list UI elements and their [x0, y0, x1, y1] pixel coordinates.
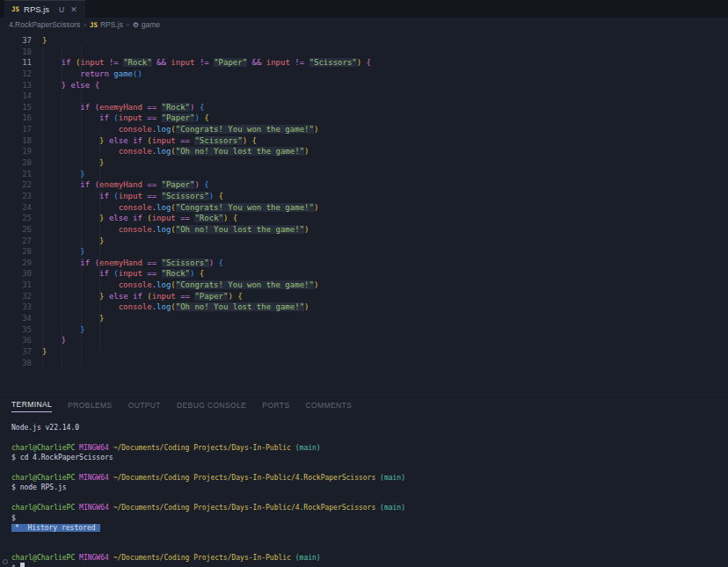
token-kw: if: [133, 214, 142, 222]
code-line[interactable]: 27 }: [0, 236, 728, 247]
code-line[interactable]: 17 console.log("Congrats! You won the ga…: [0, 124, 728, 135]
code-line[interactable]: 38: [0, 358, 728, 369]
terminal-line: $ cd 4.RockPaperScissors: [11, 453, 728, 462]
tab-label: RPS.js: [24, 4, 49, 14]
code-line[interactable]: 24 console.log("Congrats! You won the ga…: [0, 202, 728, 214]
panel-tab-ports[interactable]: PORTS: [262, 397, 289, 412]
line-number: 33: [0, 302, 32, 313]
token-tmag: MINGW64: [79, 554, 109, 562]
code-line[interactable]: 35 }: [0, 324, 728, 336]
token-fg: [157, 258, 161, 267]
token-tmag: MINGW64: [79, 474, 109, 482]
token-b3: (): [133, 69, 142, 78]
code-line[interactable]: 33 console.log("Oh no! You lost the game…: [0, 302, 728, 313]
code-text: }: [32, 35, 47, 47]
code-text: if (input == "Scissors") {: [32, 191, 223, 202]
code-line[interactable]: 36 }: [0, 335, 728, 346]
breadcrumb-file[interactable]: JS RPS.js: [90, 20, 123, 29]
code-line[interactable]: 25 } else if (input == "Rock") {: [0, 213, 728, 224]
terminal-line: [11, 543, 728, 553]
panel-tab-problems[interactable]: PROBLEMS: [68, 397, 112, 412]
panel-tab-comments[interactable]: COMMENTS: [305, 397, 352, 412]
token-b1: (: [171, 225, 175, 234]
breadcrumb-symbol[interactable]: ⚙ game: [133, 20, 160, 29]
code-line[interactable]: 12 return game(): [0, 69, 728, 80]
token-b1: {: [219, 192, 223, 200]
code-line[interactable]: 22 if (enemyHand == "Paper") {: [0, 179, 728, 191]
close-icon[interactable]: ✕: [70, 5, 77, 14]
code-line[interactable]: 16 if (input == "Paper") {: [0, 113, 728, 124]
git-untracked-badge: U: [59, 5, 64, 14]
code-line[interactable]: 30 if (input == "Rock") {: [0, 268, 728, 280]
code-line[interactable]: 34 }: [0, 313, 728, 324]
token-fg: [42, 58, 62, 67]
panel-tab-terminal[interactable]: TERMINAL: [11, 396, 52, 412]
code-line[interactable]: 19 console.log("Oh no! You lost the game…: [0, 146, 728, 157]
token-obj: console: [119, 203, 152, 212]
code-line[interactable]: 21 }: [0, 169, 728, 180]
panel-tab-output[interactable]: OUTPUT: [128, 397, 161, 412]
terminal-line: [11, 533, 728, 542]
token-b3: {: [200, 103, 204, 112]
token-b1: (: [171, 302, 175, 311]
code-line[interactable]: 37}: [0, 346, 728, 358]
token-id: input: [119, 192, 142, 200]
tab-rps-js[interactable]: JS RPS.js U ✕: [4, 0, 85, 18]
code-line[interactable]: 31 console.log("Congrats! You won the ga…: [0, 280, 728, 291]
line-number: 37: [0, 35, 32, 47]
token-str: "Rock": [162, 103, 191, 112]
line-number: 32: [0, 291, 32, 302]
code-line[interactable]: 10: [0, 47, 728, 58]
token-fg: [157, 180, 161, 189]
token-fg: [157, 269, 161, 278]
token-op: ==: [180, 136, 190, 145]
token-tfg: Node.js v22.14.0: [11, 424, 79, 432]
indent-guide: [99, 128, 100, 353]
line-number: 38: [0, 358, 32, 369]
code-line[interactable]: 26 console.log("Oh no! You lost the game…: [0, 224, 728, 236]
code-line[interactable]: 28 }: [0, 246, 728, 258]
token-obj: console: [119, 280, 152, 289]
token-op: ==: [147, 258, 157, 267]
token-fnc: log: [157, 147, 171, 156]
token-tbranch: (main): [295, 554, 321, 562]
token-id: enemyHand: [99, 103, 142, 112]
terminal-line: charl@CharliePC MINGW64 ~/Documents/Codi…: [11, 473, 728, 483]
code-line[interactable]: 23 if (input == "Scissors") {: [0, 191, 728, 202]
code-line[interactable]: 29 if (enemyHand == "Scissors") {: [0, 258, 728, 269]
token-fg: [42, 158, 99, 167]
token-op: ==: [147, 180, 157, 189]
token-b1: ): [304, 225, 309, 234]
breadcrumb-folder[interactable]: 4.RockPaperScissors: [9, 20, 80, 29]
token-b3: {: [219, 258, 223, 267]
code-line[interactable]: 14: [0, 91, 728, 102]
token-tpath: ~/Documents/Coding Projects/Days-In-Publ…: [113, 444, 291, 452]
token-kw: else: [109, 292, 128, 301]
line-number: 22: [0, 179, 32, 191]
token-tuser: charl@CharliePC: [11, 554, 75, 562]
token-b1: ): [314, 280, 318, 289]
code-text: } else if (input == "Scissors") {: [32, 135, 257, 147]
code-line[interactable]: 15 if (enemyHand == "Rock") {: [0, 102, 728, 113]
token-str: "Oh no! You lost the game!": [176, 225, 304, 234]
code-line[interactable]: 13 } else {: [0, 80, 728, 91]
line-number: 27: [0, 236, 32, 247]
panel-tab-debug-console[interactable]: DEBUG CONSOLE: [177, 397, 246, 412]
token-kw: if: [99, 192, 109, 200]
code-line[interactable]: 32 } else if (input == "Paper") {: [0, 291, 728, 302]
code-line[interactable]: 18 } else if (input == "Scissors") {: [0, 135, 728, 147]
code-line[interactable]: 20 }: [0, 157, 728, 169]
token-tuser: charl@CharliePC: [11, 504, 75, 512]
line-number: 17: [0, 124, 32, 135]
code-line[interactable]: 37}: [0, 35, 728, 47]
code-editor[interactable]: 37}1011 if (input != "Rock" && input != …: [0, 32, 728, 394]
token-kw: if: [99, 113, 109, 122]
line-number: 11: [0, 57, 32, 69]
terminal-cursor: [20, 563, 25, 567]
terminal-line: $: [11, 563, 728, 567]
token-b1: {: [204, 113, 208, 122]
code-text: console.log("Congrats! You won the game!…: [32, 280, 318, 291]
token-tbranch: (main): [380, 474, 405, 482]
terminal[interactable]: Node.js v22.14.0charl@CharliePC MINGW64 …: [0, 414, 728, 567]
code-line[interactable]: 11 if (input != "Rock" && input != "Pape…: [0, 57, 728, 69]
